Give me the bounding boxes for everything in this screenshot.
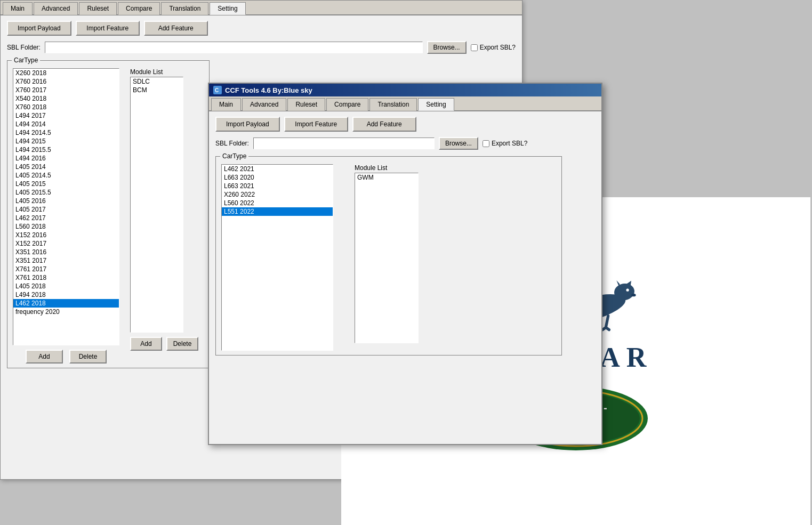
bg-tab-main[interactable]: Main — [3, 2, 33, 15]
list-item[interactable]: L663 2020 — [222, 173, 333, 182]
front-content: Import Payload Import Feature Add Featur… — [209, 111, 601, 361]
front-module-listbox[interactable]: GWM — [355, 173, 419, 343]
bg-module-delete-button[interactable]: Delete — [166, 337, 198, 351]
list-item[interactable]: GWM — [355, 173, 418, 182]
front-export-sbl-label: Export SBL? — [492, 140, 527, 147]
bg-module-buttons: Add Delete — [130, 337, 198, 351]
svg-text:-: - — [604, 402, 607, 414]
list-item[interactable]: X761 2017 — [13, 265, 119, 273]
list-item[interactable]: L663 2021 — [222, 182, 333, 190]
front-module-label: Module List — [355, 164, 419, 172]
bg-cartype-delete-button[interactable]: Delete — [69, 350, 107, 364]
bg-tab-bar: Main Advanced Ruleset Compare Translatio… — [1, 1, 522, 15]
list-item[interactable]: L405 2015.5 — [13, 188, 119, 197]
bg-cartype-title: CarType — [12, 56, 40, 64]
front-tab-main[interactable]: Main — [211, 98, 241, 111]
list-item[interactable]: L405 2015 — [13, 180, 119, 188]
bg-sbl-row: SBL Folder: Browse... Export SBL? — [7, 41, 516, 54]
front-tab-ruleset[interactable]: Ruleset — [287, 98, 325, 111]
bg-tab-setting[interactable]: Setting — [210, 2, 245, 15]
list-item[interactable]: X760 2017 — [13, 86, 119, 94]
list-item[interactable]: X152 2016 — [13, 231, 119, 239]
bg-import-payload-button[interactable]: Import Payload — [7, 21, 71, 36]
bg-cartype-listbox[interactable]: X260 2018 X760 2016 X760 2017 X540 2018 … — [13, 68, 119, 345]
bg-module-container: Module List SDLC BCM Add Delete — [130, 68, 198, 364]
list-item[interactable]: X540 2018 — [13, 94, 119, 103]
list-item[interactable]: L405 2018 — [13, 282, 119, 290]
front-toolbar: Import Payload Import Feature Add Featur… — [215, 117, 595, 132]
list-item[interactable]: L494 2016 — [13, 154, 119, 163]
list-item[interactable]: L405 2014.5 — [13, 171, 119, 180]
list-item[interactable]: X152 2017 — [13, 239, 119, 248]
list-item[interactable]: L494 2015.5 — [13, 146, 119, 154]
list-item[interactable]: X260 2018 — [13, 69, 119, 77]
list-item[interactable]: SDLC — [131, 77, 183, 86]
app-icon: C — [213, 86, 222, 94]
list-item[interactable]: X351 2017 — [13, 256, 119, 265]
list-item[interactable]: X761 2018 — [13, 273, 119, 282]
bg-sbl-input[interactable] — [45, 42, 423, 53]
list-item[interactable]: X351 2016 — [13, 248, 119, 256]
bg-cartype-add-button[interactable]: Add — [26, 350, 63, 364]
list-item[interactable]: X760 2018 — [13, 103, 119, 111]
front-cartype-group: CarType L462 2021 L663 2020 L663 2021 X2… — [215, 156, 562, 356]
list-item-selected[interactable]: L551 2022 — [222, 207, 333, 216]
list-item[interactable]: frequency 2020 — [13, 308, 119, 316]
list-item[interactable]: L494 2014 — [13, 120, 119, 128]
list-item[interactable]: L405 2016 — [13, 197, 119, 205]
front-tab-setting[interactable]: Setting — [418, 98, 454, 111]
bg-tab-advanced[interactable]: Advanced — [34, 2, 78, 15]
front-sbl-row: SBL Folder: Browse... Export SBL? — [215, 137, 595, 150]
front-cartype-title: CarType — [220, 152, 248, 160]
list-item[interactable]: X760 2016 — [13, 77, 119, 86]
front-browse-button[interactable]: Browse... — [439, 137, 478, 150]
bg-browse-button[interactable]: Browse... — [427, 41, 467, 54]
bg-import-feature-button[interactable]: Import Feature — [76, 21, 140, 36]
list-item[interactable]: L405 2017 — [13, 205, 119, 214]
svg-point-5 — [631, 294, 636, 296]
bg-car-module-row: X260 2018 X760 2016 X760 2017 X540 2018 … — [13, 68, 204, 364]
list-item[interactable]: L494 2018 — [13, 290, 119, 299]
bg-sbl-label: SBL Folder: — [7, 44, 41, 51]
front-export-sbl-row: Export SBL? — [483, 140, 527, 147]
front-tab-bar: Main Advanced Ruleset Compare Translatio… — [209, 96, 601, 111]
svg-text:C: C — [215, 87, 219, 93]
front-cartype-listbox[interactable]: L462 2021 L663 2020 L663 2021 X260 2022 … — [221, 164, 333, 351]
front-import-feature-button[interactable]: Import Feature — [284, 117, 348, 132]
front-import-payload-button[interactable]: Import Payload — [215, 117, 280, 132]
list-item[interactable]: L494 2017 — [13, 111, 119, 120]
list-item[interactable]: BCM — [131, 86, 183, 94]
title-bar: C CCF Tools 4.6 By:Blue sky — [209, 84, 601, 96]
front-export-sbl-checkbox[interactable] — [483, 140, 489, 147]
front-tab-translation[interactable]: Translation — [369, 98, 417, 111]
front-tab-compare[interactable]: Compare — [326, 98, 368, 111]
bg-add-feature-button[interactable]: Add Feature — [144, 21, 208, 36]
bg-cartype-buttons: Add Delete — [13, 350, 119, 364]
front-tab-advanced[interactable]: Advanced — [242, 98, 286, 111]
front-module-container: Module List GWM — [355, 164, 419, 351]
front-car-module-row: L462 2021 L663 2020 L663 2021 X260 2022 … — [221, 164, 556, 351]
bg-tab-translation[interactable]: Translation — [161, 2, 208, 15]
list-item[interactable]: L462 2021 — [222, 165, 333, 173]
list-item[interactable]: L494 2014.5 — [13, 128, 119, 137]
list-item-selected[interactable]: L462 2018 — [13, 299, 119, 308]
bg-module-label: Module List — [130, 68, 198, 76]
bg-tab-ruleset[interactable]: Ruleset — [79, 2, 117, 15]
window-title: CCF Tools 4.6 By:Blue sky — [225, 86, 312, 94]
list-item[interactable]: L560 2022 — [222, 199, 333, 207]
list-item[interactable]: X260 2022 — [222, 190, 333, 199]
front-sbl-input[interactable] — [253, 138, 435, 149]
bg-cartype-group: CarType X260 2018 X760 2016 X760 2017 X5… — [7, 60, 210, 368]
list-item[interactable]: L494 2015 — [13, 137, 119, 146]
list-item[interactable]: L462 2017 — [13, 214, 119, 222]
front-add-feature-button[interactable]: Add Feature — [352, 117, 416, 132]
bg-module-add-button[interactable]: Add — [130, 337, 162, 351]
svg-point-4 — [626, 288, 629, 291]
list-item[interactable]: L405 2014 — [13, 163, 119, 171]
bg-export-sbl-checkbox[interactable] — [471, 44, 478, 51]
front-window: C CCF Tools 4.6 By:Blue sky Main Advance… — [208, 83, 602, 445]
bg-tab-compare[interactable]: Compare — [118, 2, 160, 15]
bg-module-listbox[interactable]: SDLC BCM — [130, 77, 183, 333]
list-item[interactable]: L560 2018 — [13, 222, 119, 231]
bg-export-sbl-row: Export SBL? — [471, 44, 516, 51]
